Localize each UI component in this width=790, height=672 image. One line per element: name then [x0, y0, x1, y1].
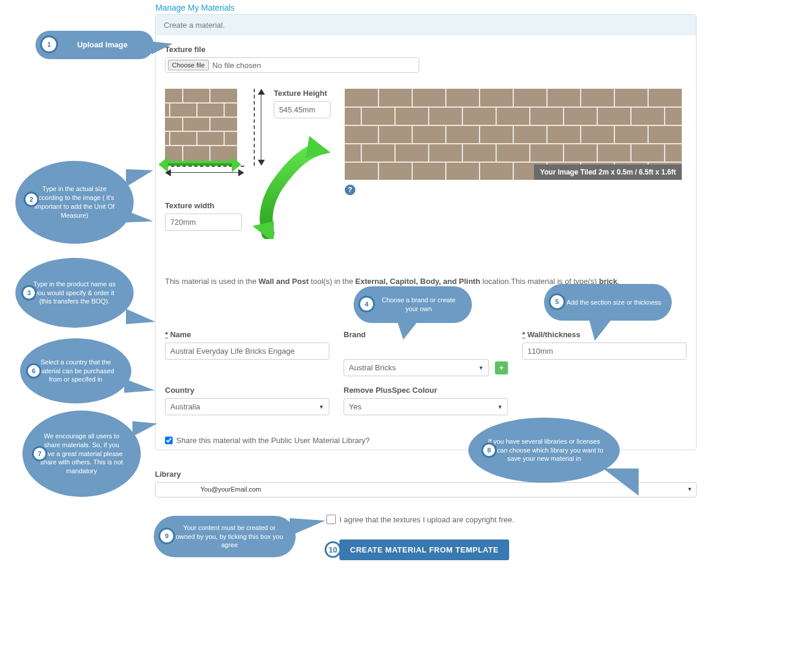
remove-colour-select[interactable]: Yes▼ — [344, 398, 508, 415]
library-value: You@yourEmail.com — [200, 486, 261, 493]
create-material-button[interactable]: CREATE MATERIAL FROM TEMPLATE — [339, 539, 509, 560]
texture-height-input[interactable] — [274, 101, 331, 118]
callout-2-tail-icon — [126, 169, 153, 187]
create-material-panel: Create a material. Texture file Choose f… — [155, 14, 697, 450]
agree-checkbox[interactable] — [326, 515, 336, 524]
country-label: Country — [165, 386, 329, 395]
callout-3: 3 Type in the product name as you would … — [15, 258, 134, 328]
texture-preview: Your Image Tiled 2m x 0.5m / 6.5ft x 1.6… — [345, 89, 682, 195]
texture-file-label: Texture file — [165, 45, 687, 54]
chevron-down-icon: ▼ — [687, 486, 692, 492]
add-brand-button[interactable]: + — [495, 361, 508, 374]
no-file-text: No file chosen — [212, 61, 261, 70]
callout-6: 6 Select a country that the material can… — [20, 338, 131, 403]
callout-1-tail-icon — [151, 41, 173, 54]
chevron-down-icon: ▼ — [497, 404, 503, 410]
callout-5-tail-icon — [589, 319, 611, 341]
agree-label: I agree that the textures I upload are c… — [339, 515, 514, 524]
svg-rect-0 — [165, 89, 237, 161]
remove-colour-label: Remove PlusSpec Colour — [344, 386, 508, 395]
callout-5: 5 Add the section size or thickness — [544, 284, 672, 321]
green-width-arrow-icon — [167, 161, 233, 166]
chevron-down-icon: ▼ — [478, 365, 484, 371]
chevron-down-icon: ▼ — [319, 404, 324, 410]
callout-8-tail-icon — [603, 469, 639, 496]
help-icon[interactable]: ? — [345, 185, 355, 195]
texture-width-label: Texture width — [165, 201, 242, 210]
callout-3-tail-icon — [126, 309, 156, 324]
choose-file-button[interactable]: Choose file — [168, 60, 209, 70]
share-label: Share this material with the Public User… — [176, 436, 370, 445]
texture-thumbnail — [165, 89, 237, 161]
texture-file-input[interactable]: Choose file No file chosen — [165, 57, 419, 73]
svg-marker-17 — [306, 136, 331, 159]
texture-height-label: Texture Height — [274, 89, 331, 98]
callout-7-tail-icon — [132, 421, 157, 437]
callout-4: 4 Choose a brand or create your own — [354, 286, 472, 323]
preview-caption: Your Image Tiled 2m x 0.5m / 6.5ft x 1.6… — [534, 164, 682, 180]
callout-2: 2 Type in the actual size according to t… — [15, 161, 134, 244]
green-curve-arrow-icon — [244, 133, 345, 239]
callout-8: 8 If you have several libraries or licen… — [468, 418, 620, 483]
callout-4-tail-icon — [397, 322, 417, 340]
wall-thickness-input[interactable] — [522, 343, 687, 360]
callout-1: 1 Upload Image — [35, 31, 154, 59]
callout-9: 9 Your content must be created or owned … — [154, 516, 296, 557]
country-select[interactable]: Australia▼ — [165, 398, 329, 415]
callout-2-tail2-icon — [126, 211, 153, 222]
brand-label: Brand — [344, 330, 508, 339]
name-label: * Name — [165, 330, 329, 339]
texture-width-input[interactable] — [165, 214, 242, 231]
callout-6-tail-icon — [124, 379, 155, 393]
callout-9-tail-icon — [290, 518, 325, 536]
h-ruler-arrow-icon — [165, 168, 244, 174]
name-input[interactable] — [165, 343, 329, 360]
callout-7: 7 We encourage all users to share materi… — [22, 411, 141, 497]
breadcrumb[interactable]: Manage My Materials — [156, 3, 235, 12]
share-checkbox[interactable] — [165, 437, 173, 444]
panel-title: Create a material. — [156, 15, 696, 35]
brand-select[interactable]: Austral Bricks▼ — [344, 359, 489, 376]
callout-10-badge: 10 — [325, 541, 341, 558]
